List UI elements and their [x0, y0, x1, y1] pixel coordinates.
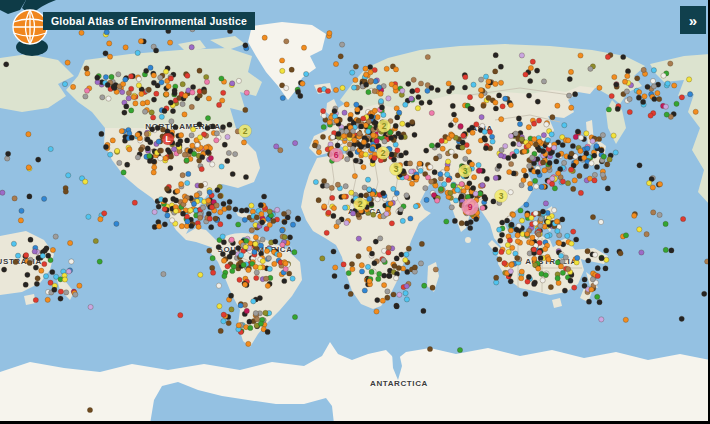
conflict-marker[interactable]	[151, 115, 156, 120]
conflict-marker[interactable]	[4, 62, 9, 67]
conflict-marker[interactable]	[369, 201, 374, 206]
conflict-marker[interactable]	[540, 278, 545, 283]
conflict-marker[interactable]	[262, 194, 267, 199]
conflict-marker[interactable]	[526, 143, 531, 148]
conflict-marker[interactable]	[590, 277, 595, 282]
conflict-marker[interactable]	[543, 273, 548, 278]
conflict-marker[interactable]	[189, 104, 194, 109]
conflict-marker[interactable]	[552, 145, 557, 150]
conflict-marker[interactable]	[105, 82, 110, 87]
conflict-marker[interactable]	[296, 217, 301, 222]
conflict-marker[interactable]	[186, 171, 191, 176]
conflict-marker[interactable]	[348, 153, 353, 158]
conflict-marker[interactable]	[180, 211, 185, 216]
conflict-marker[interactable]	[526, 93, 531, 98]
conflict-marker[interactable]	[211, 270, 216, 275]
conflict-marker[interactable]	[566, 138, 571, 143]
conflict-marker[interactable]	[400, 218, 405, 223]
conflict-marker[interactable]	[163, 69, 168, 74]
conflict-marker[interactable]	[192, 151, 197, 156]
conflict-marker[interactable]	[330, 134, 335, 139]
conflict-marker[interactable]	[669, 248, 674, 253]
conflict-marker[interactable]	[367, 196, 372, 201]
conflict-marker[interactable]	[210, 162, 215, 167]
conflict-marker[interactable]	[18, 218, 23, 223]
conflict-marker[interactable]	[238, 303, 243, 308]
conflict-marker[interactable]	[275, 207, 280, 212]
conflict-marker[interactable]	[11, 241, 16, 246]
conflict-marker[interactable]	[388, 201, 393, 206]
conflict-marker[interactable]	[509, 161, 514, 166]
conflict-marker[interactable]	[350, 211, 355, 216]
conflict-marker[interactable]	[435, 143, 440, 148]
conflict-marker[interactable]	[198, 135, 203, 140]
conflict-marker[interactable]	[583, 164, 588, 169]
conflict-marker[interactable]	[138, 147, 143, 152]
conflict-marker[interactable]	[210, 256, 215, 261]
conflict-marker[interactable]	[214, 138, 219, 143]
world-map-canvas[interactable]: NORTH AMERICASOUTH AMERICAAFRICAASIAAUST…	[0, 0, 710, 424]
conflict-marker[interactable]	[541, 79, 546, 84]
conflict-marker[interactable]	[87, 407, 92, 412]
conflict-marker[interactable]	[121, 170, 126, 175]
conflict-marker[interactable]	[627, 109, 632, 114]
conflict-marker[interactable]	[140, 101, 145, 106]
conflict-marker[interactable]	[453, 154, 458, 159]
conflict-marker[interactable]	[331, 206, 336, 211]
conflict-marker[interactable]	[415, 106, 420, 111]
conflict-marker[interactable]	[253, 235, 258, 240]
conflict-marker[interactable]	[590, 215, 595, 220]
conflict-marker[interactable]	[550, 115, 555, 120]
conflict-marker[interactable]	[526, 274, 531, 279]
conflict-marker[interactable]	[550, 181, 555, 186]
conflict-marker[interactable]	[578, 53, 583, 58]
conflict-marker[interactable]	[188, 208, 193, 213]
conflict-marker[interactable]	[435, 87, 440, 92]
conflict-marker[interactable]	[432, 170, 437, 175]
conflict-marker[interactable]	[497, 93, 502, 98]
conflict-marker[interactable]	[262, 35, 267, 40]
conflict-marker[interactable]	[566, 266, 571, 271]
conflict-marker[interactable]	[395, 148, 400, 153]
conflict-marker[interactable]	[651, 210, 656, 215]
conflict-marker[interactable]	[242, 217, 247, 222]
marker-cluster[interactable]: 3	[459, 165, 472, 178]
conflict-marker[interactable]	[353, 77, 358, 82]
conflict-marker[interactable]	[209, 225, 214, 230]
conflict-marker[interactable]	[479, 93, 484, 98]
conflict-marker[interactable]	[459, 221, 464, 226]
conflict-marker[interactable]	[578, 190, 583, 195]
conflict-marker[interactable]	[185, 180, 190, 185]
conflict-marker[interactable]	[371, 133, 376, 138]
conflict-marker[interactable]	[598, 219, 603, 224]
conflict-marker[interactable]	[243, 107, 248, 112]
conflict-marker[interactable]	[533, 142, 538, 147]
conflict-marker[interactable]	[586, 299, 591, 304]
conflict-marker[interactable]	[66, 269, 71, 274]
conflict-marker[interactable]	[478, 87, 483, 92]
conflict-marker[interactable]	[108, 152, 113, 157]
conflict-marker[interactable]	[284, 39, 289, 44]
conflict-marker[interactable]	[613, 150, 618, 155]
conflict-marker[interactable]	[126, 90, 131, 95]
conflict-marker[interactable]	[508, 279, 513, 284]
conflict-marker[interactable]	[135, 132, 140, 137]
conflict-marker[interactable]	[607, 157, 612, 162]
marker-cluster[interactable]: 2	[378, 120, 391, 133]
conflict-marker[interactable]	[378, 99, 383, 104]
conflict-marker[interactable]	[539, 184, 544, 189]
conflict-marker[interactable]	[243, 174, 248, 179]
conflict-marker[interactable]	[569, 105, 574, 110]
conflict-marker[interactable]	[329, 185, 334, 190]
conflict-marker[interactable]	[152, 159, 157, 164]
conflict-marker[interactable]	[595, 294, 600, 299]
conflict-marker[interactable]	[227, 214, 232, 219]
conflict-marker[interactable]	[593, 252, 598, 257]
conflict-marker[interactable]	[341, 134, 346, 139]
conflict-marker[interactable]	[254, 275, 259, 280]
conflict-marker[interactable]	[214, 131, 219, 136]
conflict-marker[interactable]	[354, 102, 359, 107]
conflict-marker[interactable]	[120, 90, 125, 95]
conflict-marker[interactable]	[606, 107, 611, 112]
conflict-marker[interactable]	[230, 81, 235, 86]
